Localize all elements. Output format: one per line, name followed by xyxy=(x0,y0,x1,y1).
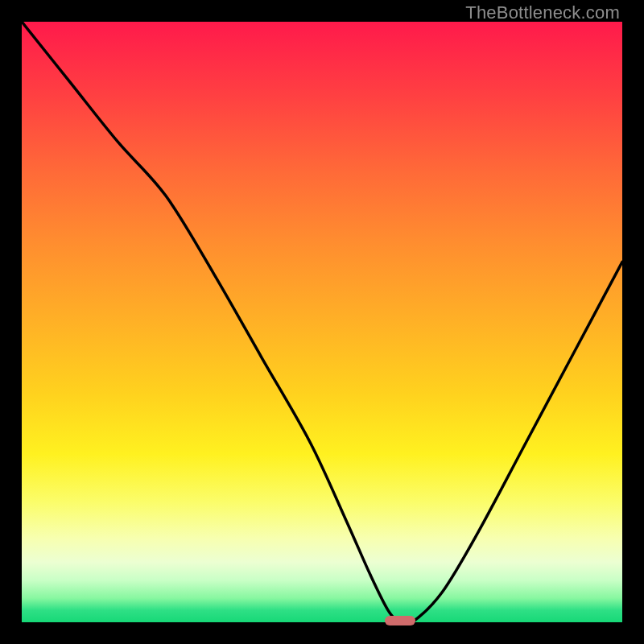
watermark-text: TheBottleneck.com xyxy=(465,2,620,23)
chart-plot-area xyxy=(22,22,622,622)
optimal-marker xyxy=(385,616,415,625)
chart-svg xyxy=(22,22,622,622)
bottleneck-curve xyxy=(22,22,622,622)
